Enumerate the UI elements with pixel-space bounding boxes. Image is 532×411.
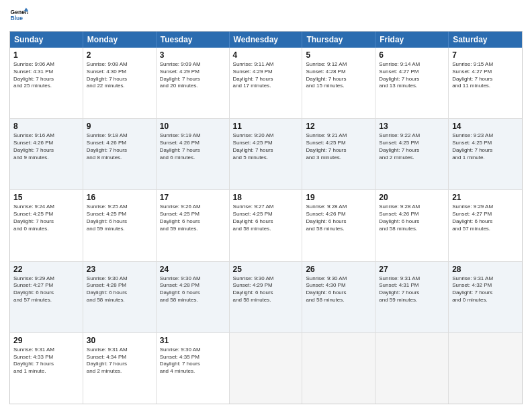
day-number: 13 bbox=[379, 122, 445, 131]
day-cell-10: 10Sunrise: 9:19 AMSunset: 4:26 PMDayligh… bbox=[157, 119, 230, 189]
day-number: 14 bbox=[452, 122, 519, 131]
day-number: 25 bbox=[233, 265, 299, 274]
day-number: 9 bbox=[87, 122, 152, 131]
cell-info: Sunrise: 9:14 AMSunset: 4:27 PMDaylight:… bbox=[379, 61, 445, 90]
calendar: SundayMondayTuesdayWednesdayThursdayFrid… bbox=[9, 31, 523, 404]
day-cell-27: 27Sunrise: 9:31 AMSunset: 4:31 PMDayligh… bbox=[375, 262, 449, 332]
day-cell-11: 11Sunrise: 9:20 AMSunset: 4:25 PMDayligh… bbox=[230, 119, 303, 189]
cell-info: Sunrise: 9:29 AMSunset: 4:27 PMDaylight:… bbox=[452, 203, 519, 232]
day-cell-28: 28Sunrise: 9:31 AMSunset: 4:32 PMDayligh… bbox=[449, 262, 522, 332]
cell-info: Sunrise: 9:27 AMSunset: 4:25 PMDaylight:… bbox=[233, 203, 299, 232]
day-cell-21: 21Sunrise: 9:29 AMSunset: 4:27 PMDayligh… bbox=[449, 190, 522, 261]
day-cell-18: 18Sunrise: 9:27 AMSunset: 4:25 PMDayligh… bbox=[230, 190, 303, 261]
day-number: 2 bbox=[87, 50, 152, 60]
logo: General Blue bbox=[9, 7, 30, 26]
calendar-row-4: 22Sunrise: 9:29 AMSunset: 4:27 PMDayligh… bbox=[10, 261, 522, 332]
day-cell-7: 7Sunrise: 9:15 AMSunset: 4:27 PMDaylight… bbox=[449, 48, 522, 118]
day-cell-23: 23Sunrise: 9:30 AMSunset: 4:28 PMDayligh… bbox=[83, 262, 157, 332]
day-cell-3: 3Sunrise: 9:09 AMSunset: 4:29 PMDaylight… bbox=[157, 48, 230, 118]
cell-info: Sunrise: 9:15 AMSunset: 4:27 PMDaylight:… bbox=[452, 61, 519, 90]
day-number: 27 bbox=[379, 265, 445, 274]
day-number: 23 bbox=[87, 265, 152, 274]
day-number: 28 bbox=[452, 265, 519, 274]
day-number: 8 bbox=[13, 122, 79, 131]
day-cell-6: 6Sunrise: 9:14 AMSunset: 4:27 PMDaylight… bbox=[375, 48, 449, 118]
day-number: 26 bbox=[306, 265, 371, 274]
cell-info: Sunrise: 9:31 AMSunset: 4:33 PMDaylight:… bbox=[13, 347, 79, 375]
header-day-tuesday: Tuesday bbox=[157, 32, 230, 48]
day-number: 18 bbox=[233, 193, 299, 202]
cell-info: Sunrise: 9:18 AMSunset: 4:26 PMDaylight:… bbox=[87, 132, 152, 161]
day-cell-20: 20Sunrise: 9:28 AMSunset: 4:26 PMDayligh… bbox=[375, 190, 449, 261]
day-number: 1 bbox=[13, 50, 79, 60]
header-day-thursday: Thursday bbox=[302, 32, 375, 48]
day-number: 21 bbox=[452, 193, 519, 202]
day-number: 19 bbox=[306, 193, 371, 202]
logo-icon: General Blue bbox=[9, 7, 28, 26]
day-number: 30 bbox=[87, 336, 152, 345]
page: General Blue SundayMondayTuesdayWednesda… bbox=[0, 0, 532, 411]
cell-info: Sunrise: 9:24 AMSunset: 4:25 PMDaylight:… bbox=[13, 203, 79, 232]
day-cell-31: 31Sunrise: 9:30 AMSunset: 4:35 PMDayligh… bbox=[157, 333, 230, 404]
day-cell-16: 16Sunrise: 9:25 AMSunset: 4:25 PMDayligh… bbox=[83, 190, 157, 261]
cell-info: Sunrise: 9:11 AMSunset: 4:29 PMDaylight:… bbox=[233, 61, 299, 90]
day-cell-8: 8Sunrise: 9:16 AMSunset: 4:26 PMDaylight… bbox=[10, 119, 83, 189]
day-cell-9: 9Sunrise: 9:18 AMSunset: 4:26 PMDaylight… bbox=[83, 119, 157, 189]
cell-info: Sunrise: 9:30 AMSunset: 4:35 PMDaylight:… bbox=[160, 347, 226, 375]
cell-info: Sunrise: 9:08 AMSunset: 4:30 PMDaylight:… bbox=[87, 61, 152, 90]
svg-text:Blue: Blue bbox=[11, 15, 24, 21]
cell-info: Sunrise: 9:16 AMSunset: 4:26 PMDaylight:… bbox=[13, 132, 79, 161]
calendar-row-3: 15Sunrise: 9:24 AMSunset: 4:25 PMDayligh… bbox=[10, 189, 522, 261]
day-cell-24: 24Sunrise: 9:30 AMSunset: 4:28 PMDayligh… bbox=[157, 262, 230, 332]
header-day-sunday: Sunday bbox=[10, 32, 83, 48]
header-day-monday: Monday bbox=[83, 32, 157, 48]
calendar-header: SundayMondayTuesdayWednesdayThursdayFrid… bbox=[10, 32, 522, 48]
day-cell-19: 19Sunrise: 9:28 AMSunset: 4:26 PMDayligh… bbox=[302, 190, 375, 261]
empty-cell bbox=[302, 333, 375, 404]
day-number: 16 bbox=[87, 193, 152, 202]
day-number: 4 bbox=[233, 50, 299, 60]
day-cell-30: 30Sunrise: 9:31 AMSunset: 4:34 PMDayligh… bbox=[83, 333, 157, 404]
cell-info: Sunrise: 9:21 AMSunset: 4:25 PMDaylight:… bbox=[306, 132, 371, 161]
day-number: 12 bbox=[306, 122, 371, 131]
day-cell-13: 13Sunrise: 9:22 AMSunset: 4:25 PMDayligh… bbox=[375, 119, 449, 189]
empty-cell bbox=[449, 333, 522, 404]
calendar-row-1: 1Sunrise: 9:06 AMSunset: 4:31 PMDaylight… bbox=[10, 48, 522, 118]
day-cell-14: 14Sunrise: 9:23 AMSunset: 4:25 PMDayligh… bbox=[449, 119, 522, 189]
day-cell-1: 1Sunrise: 9:06 AMSunset: 4:31 PMDaylight… bbox=[10, 48, 83, 118]
day-cell-17: 17Sunrise: 9:26 AMSunset: 4:25 PMDayligh… bbox=[157, 190, 230, 261]
day-cell-12: 12Sunrise: 9:21 AMSunset: 4:25 PMDayligh… bbox=[302, 119, 375, 189]
day-number: 10 bbox=[160, 122, 226, 131]
cell-info: Sunrise: 9:09 AMSunset: 4:29 PMDaylight:… bbox=[160, 61, 226, 90]
day-number: 17 bbox=[160, 193, 226, 202]
cell-info: Sunrise: 9:30 AMSunset: 4:28 PMDaylight:… bbox=[87, 275, 152, 304]
cell-info: Sunrise: 9:19 AMSunset: 4:26 PMDaylight:… bbox=[160, 132, 226, 161]
header-day-saturday: Saturday bbox=[449, 32, 522, 48]
calendar-body: 1Sunrise: 9:06 AMSunset: 4:31 PMDaylight… bbox=[10, 48, 522, 404]
cell-info: Sunrise: 9:29 AMSunset: 4:27 PMDaylight:… bbox=[13, 275, 79, 304]
cell-info: Sunrise: 9:25 AMSunset: 4:25 PMDaylight:… bbox=[87, 203, 152, 232]
day-number: 11 bbox=[233, 122, 299, 131]
cell-info: Sunrise: 9:23 AMSunset: 4:25 PMDaylight:… bbox=[452, 132, 519, 161]
cell-info: Sunrise: 9:31 AMSunset: 4:32 PMDaylight:… bbox=[452, 275, 519, 304]
day-number: 24 bbox=[160, 265, 226, 274]
cell-info: Sunrise: 9:12 AMSunset: 4:28 PMDaylight:… bbox=[306, 61, 371, 90]
day-number: 15 bbox=[13, 193, 79, 202]
day-cell-29: 29Sunrise: 9:31 AMSunset: 4:33 PMDayligh… bbox=[10, 333, 83, 404]
day-number: 20 bbox=[379, 193, 445, 202]
day-number: 31 bbox=[160, 336, 226, 345]
day-number: 29 bbox=[13, 336, 79, 345]
cell-info: Sunrise: 9:22 AMSunset: 4:25 PMDaylight:… bbox=[379, 132, 445, 161]
header-day-wednesday: Wednesday bbox=[230, 32, 303, 48]
day-number: 22 bbox=[13, 265, 79, 274]
day-number: 5 bbox=[306, 50, 371, 60]
calendar-row-5: 29Sunrise: 9:31 AMSunset: 4:33 PMDayligh… bbox=[10, 332, 522, 404]
cell-info: Sunrise: 9:28 AMSunset: 4:26 PMDaylight:… bbox=[379, 203, 445, 232]
day-cell-25: 25Sunrise: 9:30 AMSunset: 4:29 PMDayligh… bbox=[230, 262, 303, 332]
cell-info: Sunrise: 9:30 AMSunset: 4:30 PMDaylight:… bbox=[306, 275, 371, 304]
day-cell-2: 2Sunrise: 9:08 AMSunset: 4:30 PMDaylight… bbox=[83, 48, 157, 118]
cell-info: Sunrise: 9:20 AMSunset: 4:25 PMDaylight:… bbox=[233, 132, 299, 161]
cell-info: Sunrise: 9:26 AMSunset: 4:25 PMDaylight:… bbox=[160, 203, 226, 232]
day-cell-5: 5Sunrise: 9:12 AMSunset: 4:28 PMDaylight… bbox=[302, 48, 375, 118]
day-number: 3 bbox=[160, 50, 226, 60]
